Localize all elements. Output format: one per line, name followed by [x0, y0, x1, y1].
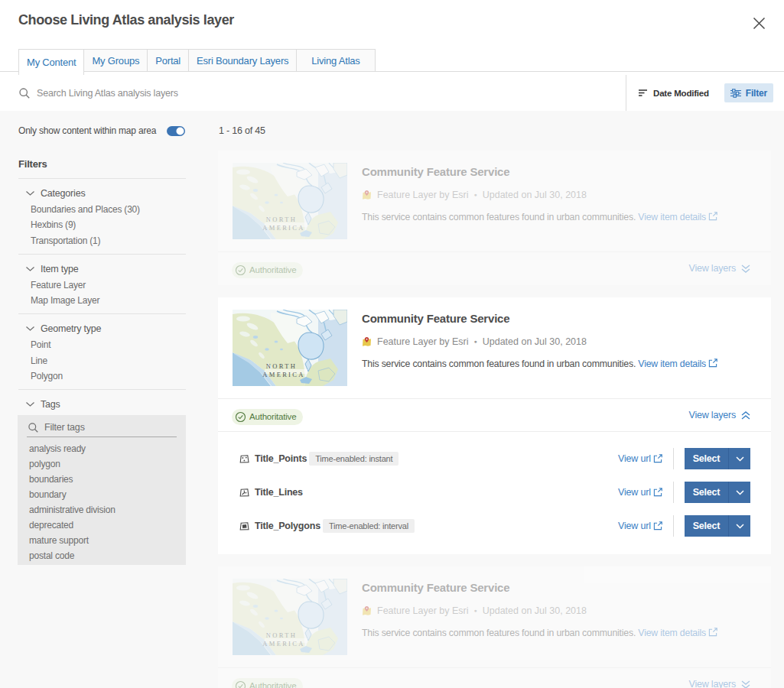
svg-text:AMERICA: AMERICA: [262, 640, 304, 647]
svg-text:AMERICA: AMERICA: [262, 371, 304, 378]
svg-text:NORTH: NORTH: [266, 362, 297, 370]
svg-text:NORTH: NORTH: [266, 631, 297, 639]
svg-text:NORTH: NORTH: [266, 216, 297, 223]
svg-text:AMERICA: AMERICA: [262, 224, 304, 232]
